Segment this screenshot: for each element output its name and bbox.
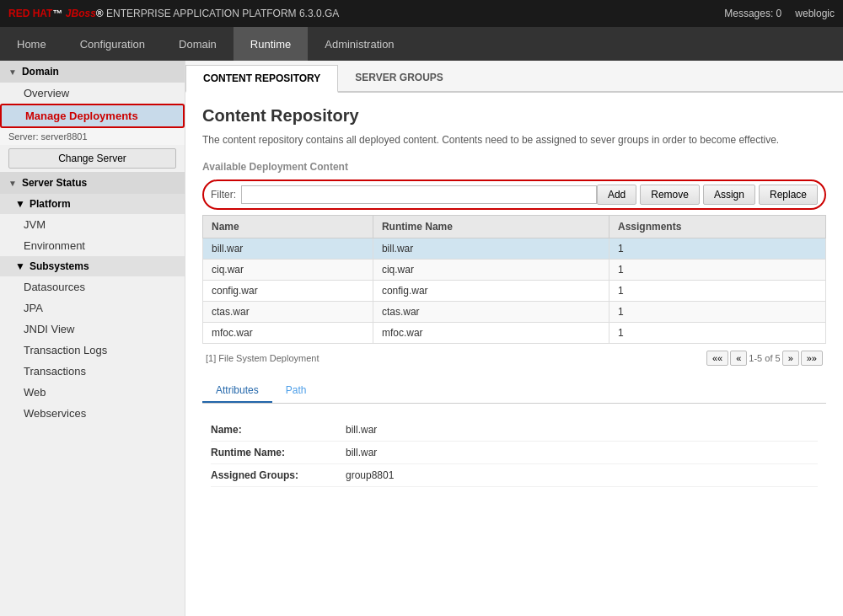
- sidebar-subsystems-header[interactable]: ▼ Subsystems: [0, 256, 185, 276]
- col-header-assignments: Assignments: [609, 216, 826, 238]
- sidebar-item-manage-deployments[interactable]: Manage Deployments: [0, 104, 185, 128]
- cell-name: ctas.war: [203, 302, 373, 323]
- filter-buttons: Add Remove Assign Replace: [597, 185, 818, 205]
- username: weblogic: [795, 8, 835, 19]
- add-button[interactable]: Add: [597, 185, 636, 205]
- page-buttons: «« « 1-5 of 5 » »»: [706, 351, 823, 366]
- col-header-runtime-name: Runtime Name: [373, 216, 609, 238]
- filter-input[interactable]: [241, 185, 597, 204]
- cell-name: config.war: [203, 281, 373, 302]
- brand-area: RED HAT™ JBoss® ENTERPRISE APPLICATION P…: [8, 8, 339, 19]
- content-area: Content Repository The content repositor…: [185, 93, 843, 507]
- detail-name-label: Name:: [211, 424, 346, 436]
- sidebar-item-environment[interactable]: Environment: [0, 235, 185, 256]
- nav-configuration[interactable]: Configuration: [63, 27, 162, 61]
- cell-runtime-name: ciq.war: [373, 260, 609, 281]
- domain-toggle-icon: ▼: [8, 67, 17, 77]
- detail-tab-path[interactable]: Path: [272, 379, 320, 403]
- pagination: [1] File System Deployment «« « 1-5 of 5…: [202, 347, 826, 369]
- sidebar: ▼ Domain Overview Manage Deployments Ser…: [0, 61, 185, 616]
- section-label: Available Deployment Content: [202, 161, 826, 173]
- layout: ▼ Domain Overview Manage Deployments Ser…: [0, 61, 843, 616]
- cell-runtime-name: bill.war: [373, 238, 609, 260]
- cell-assignments: 1: [609, 323, 826, 344]
- brand-text: RED HAT™ JBoss® ENTERPRISE APPLICATION P…: [8, 8, 339, 19]
- detail-row-runtime-name: Runtime Name: bill.war: [211, 442, 818, 464]
- detail-assigned-groups-value: group8801: [346, 469, 394, 481]
- cell-runtime-name: config.war: [373, 281, 609, 302]
- detail-name-value: bill.war: [346, 424, 377, 436]
- table-row[interactable]: ciq.war ciq.war 1: [203, 260, 826, 281]
- table-row[interactable]: bill.war bill.war 1: [203, 238, 826, 260]
- cell-assignments: 1: [609, 238, 826, 260]
- detail-row-assigned-groups: Assigned Groups: group8801: [211, 464, 818, 487]
- messages-label: Messages: 0: [724, 8, 781, 19]
- tab-content-repository[interactable]: CONTENT REPOSITORY: [185, 65, 338, 93]
- cell-name: ciq.war: [203, 260, 373, 281]
- deployment-table: Name Runtime Name Assignments bill.war b…: [202, 215, 826, 344]
- cell-assignments: 1: [609, 281, 826, 302]
- detail-tab-attributes[interactable]: Attributes: [202, 379, 272, 403]
- col-header-name: Name: [203, 216, 373, 238]
- sidebar-item-overview[interactable]: Overview: [0, 83, 185, 104]
- top-bar: RED HAT™ JBoss® ENTERPRISE APPLICATION P…: [0, 0, 843, 27]
- sidebar-domain-header[interactable]: ▼ Domain: [0, 61, 185, 83]
- cell-runtime-name: mfoc.war: [373, 323, 609, 344]
- page-description: The content repository contains all depl…: [202, 132, 826, 147]
- footnote: [1] File System Deployment: [206, 353, 319, 363]
- sidebar-item-webservices[interactable]: Webservices: [0, 403, 185, 424]
- server-info: Server: server8801: [0, 128, 185, 145]
- sidebar-item-jvm[interactable]: JVM: [0, 214, 185, 235]
- page-title: Content Repository: [202, 106, 826, 126]
- table-row[interactable]: mfoc.war mfoc.war 1: [203, 323, 826, 344]
- sidebar-platform-header[interactable]: ▼ Platform: [0, 194, 185, 214]
- tab-bar: CONTENT REPOSITORY SERVER GROUPS: [185, 61, 843, 93]
- cell-assignments: 1: [609, 302, 826, 323]
- tab-server-groups[interactable]: SERVER GROUPS: [338, 65, 459, 93]
- detail-runtime-name-value: bill.war: [346, 447, 377, 458]
- table-row[interactable]: ctas.war ctas.war 1: [203, 302, 826, 323]
- sidebar-item-datasources[interactable]: Datasources: [0, 276, 185, 297]
- top-bar-right: Messages: 0 weblogic: [724, 8, 835, 19]
- replace-button[interactable]: Replace: [759, 185, 818, 205]
- page-info: 1-5 of 5: [749, 353, 780, 363]
- detail-fields: Name: bill.war Runtime Name: bill.war As…: [202, 412, 826, 494]
- filter-row: Filter: Add Remove Assign Replace: [202, 179, 826, 210]
- detail-assigned-groups-label: Assigned Groups:: [211, 469, 346, 481]
- main-content: CONTENT REPOSITORY SERVER GROUPS Content…: [185, 61, 843, 616]
- detail-tabs: Attributes Path: [202, 379, 826, 404]
- server-status-toggle-icon: ▼: [8, 179, 17, 188]
- platform-toggle-icon: ▼: [15, 198, 25, 210]
- cell-name: mfoc.war: [203, 323, 373, 344]
- cell-name: bill.war: [203, 238, 373, 260]
- last-page-button[interactable]: »»: [801, 351, 823, 366]
- next-page-button[interactable]: »: [782, 351, 799, 366]
- cell-runtime-name: ctas.war: [373, 302, 609, 323]
- remove-button[interactable]: Remove: [640, 185, 700, 205]
- sidebar-item-jndi-view[interactable]: JNDI View: [0, 319, 185, 340]
- nav-home[interactable]: Home: [0, 27, 63, 61]
- assign-button[interactable]: Assign: [703, 185, 755, 205]
- sidebar-item-transaction-logs[interactable]: Transaction Logs: [0, 340, 185, 361]
- change-server-button[interactable]: Change Server: [8, 148, 176, 169]
- sidebar-item-web[interactable]: Web: [0, 382, 185, 403]
- filter-label: Filter:: [211, 189, 236, 201]
- sidebar-server-status-header[interactable]: ▼ Server Status: [0, 172, 185, 194]
- prev-page-button[interactable]: «: [730, 351, 747, 366]
- nav-administration[interactable]: Administration: [308, 27, 411, 61]
- nav-bar: Home Configuration Domain Runtime Admini…: [0, 27, 843, 61]
- detail-row-name: Name: bill.war: [211, 419, 818, 442]
- sidebar-item-jpa[interactable]: JPA: [0, 297, 185, 319]
- subsystems-toggle-icon: ▼: [15, 260, 25, 272]
- table-row[interactable]: config.war config.war 1: [203, 281, 826, 302]
- detail-runtime-name-label: Runtime Name:: [211, 447, 346, 458]
- nav-runtime[interactable]: Runtime: [234, 27, 308, 61]
- sidebar-item-transactions[interactable]: Transactions: [0, 361, 185, 382]
- cell-assignments: 1: [609, 260, 826, 281]
- nav-domain[interactable]: Domain: [162, 27, 234, 61]
- first-page-button[interactable]: ««: [706, 351, 728, 366]
